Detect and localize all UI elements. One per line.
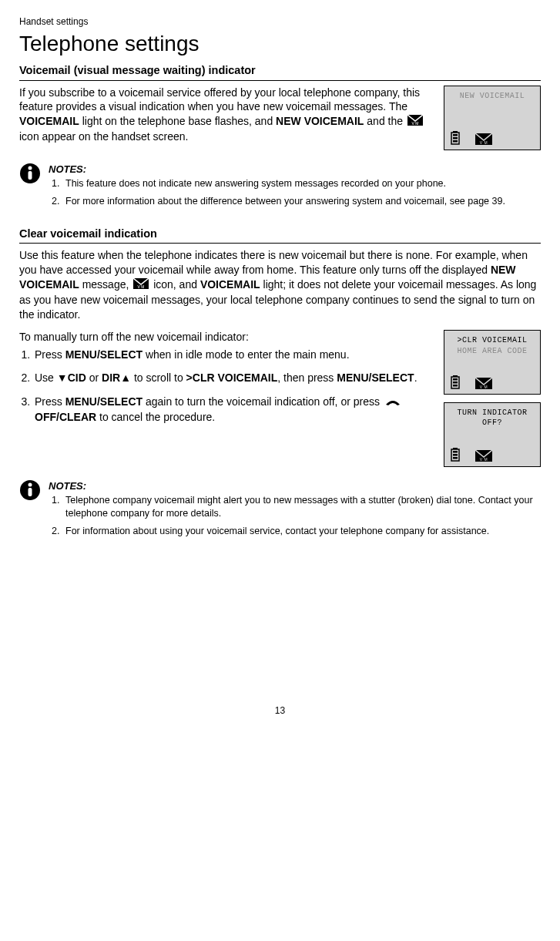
s1-voicemail-word: VOICEMAIL [19,115,79,127]
svg-point-10 [29,166,32,170]
lcd-screen-new-voicemail: NEW VOICEMAIL V M [444,86,541,150]
steps-intro: To manually turn off the new voicemail i… [19,330,434,344]
info-icon [19,163,41,213]
steps-column: To manually turn off the new voicemail i… [19,330,434,467]
lcd1-line1: NEW VOICEMAIL [444,91,540,102]
s1-new-voicemail: NEW VOICEMAIL [276,115,364,127]
notes1-item: For more information about the differenc… [62,195,505,208]
battery-icon [451,131,460,145]
s2-mid2: icon, and [150,278,200,291]
step2-g: , then press [277,371,337,384]
s1-pre: If you subscribe to a voicemail service … [19,86,420,113]
svg-rect-18 [453,385,458,387]
svg-text:V M: V M [480,140,488,145]
lcd2-line1: >CLR VOICEMAIL [444,335,540,346]
step2-clr-voicemail: >CLR VOICEMAIL [186,371,278,384]
lcd3-line2: OFF? [444,418,540,428]
notes-block-1: NOTES: This feature does not indicate ne… [19,163,541,213]
phone-hangup-icon [384,395,401,410]
svg-rect-11 [29,171,32,180]
notes2-content: NOTES: Telephone company voicemail might… [49,479,541,543]
down-arrow-icon: ▼ [57,371,68,384]
step3-d: again to turn the voicemail indication o… [143,395,383,408]
step2-cid: ▼CID [57,371,86,384]
step3-off-clear: OFF/CLEAR [35,411,96,423]
svg-text:V M: V M [480,385,488,389]
step2-a: Use [35,371,57,384]
svg-rect-4 [453,134,458,136]
lcd3-line1: TURN INDICATOR [444,408,540,418]
steps-list: Press MENU/SELECT when in idle mode to e… [19,348,434,425]
section-heading-clear-voicemail: Clear voicemail indication [19,227,541,244]
s2-pre: Use this feature when the telephone indi… [19,249,528,276]
notes2-item: For information about using your voicema… [62,525,541,538]
battery-icon [451,375,460,389]
page-title: Telephone settings [19,29,541,59]
section-heading-voicemail-indicator: Voicemail (visual message waiting) indic… [19,63,541,81]
step3-menu-select: MENU/SELECT [65,395,143,408]
battery-icon [451,448,460,462]
notes1-list: This feature does not indicate new answe… [49,177,505,208]
section1-row: If you subscribe to a voicemail service … [19,86,541,150]
notes-label: NOTES: [49,479,541,493]
svg-point-29 [29,482,32,486]
step3-a: Press [35,395,65,408]
svg-text:V M: V M [480,457,488,462]
step2-menu-select: MENU/SELECT [337,371,414,384]
s2-voicemail-word: VOICEMAIL [200,278,260,291]
svg-rect-6 [453,140,458,143]
notes1-item: This feature does not indicate new answe… [62,177,505,190]
voicemail-envelope-icon: V M [475,133,492,145]
voicemail-envelope-icon: V M [407,115,423,129]
notes-block-2: NOTES: Telephone company voicemail might… [19,479,541,543]
step2-c: or [86,371,102,384]
section2-body: Use this feature when the telephone indi… [19,248,541,321]
lcd-stack: >CLR VOICEMAIL HOME AREA CODE V M TURN I… [444,330,541,467]
section-clear-voicemail: Clear voicemail indication Use this feat… [19,227,541,543]
svg-rect-17 [453,381,458,384]
step-1: Press MENU/SELECT when in idle mode to e… [33,348,434,362]
page-number: 13 [19,704,541,717]
notes1-content: NOTES: This feature does not indicate ne… [49,163,505,213]
section1-text: If you subscribe to a voicemail service … [19,86,434,150]
steps-row: To manually turn off the new voicemail i… [19,330,541,467]
step2-j: . [414,371,417,384]
voicemail-envelope-icon: V M [133,278,149,293]
step2-e: to scroll to [131,371,186,384]
svg-rect-16 [453,378,458,381]
info-icon [19,479,41,543]
breadcrumb: Handset settings [19,15,541,28]
voicemail-envelope-icon: V M [475,450,492,462]
notes-label: NOTES: [49,163,505,176]
step1-d: when in idle mode to enter the main menu… [143,348,350,361]
s2-mid1: message, [79,278,132,291]
svg-rect-23 [453,451,458,453]
voicemail-envelope-icon: V M [475,378,492,389]
svg-rect-5 [453,137,458,139]
step2-dir: DIR▲ [102,371,131,384]
svg-text:V M: V M [411,121,418,126]
step1-a: Press [35,348,65,361]
step-2: Use ▼CID or DIR▲ to scroll to >CLR VOICE… [33,371,434,385]
s1-mid1: light on the telephone base flashes, and [79,115,276,127]
svg-text:V M: V M [138,284,145,289]
notes2-list: Telephone company voicemail might alert … [49,494,541,538]
notes2-item: Telephone company voicemail might alert … [62,494,541,520]
lcd-screen-clr-voicemail: >CLR VOICEMAIL HOME AREA CODE V M [444,330,541,395]
lcd2-line2: HOME AREA CODE [444,346,540,357]
s1-post: icon appear on the handset screen. [19,130,189,143]
lcd-screen-turn-indicator-off: TURN INDICATOR OFF? V M [444,402,541,467]
s1-mid2: and the [364,115,406,127]
svg-rect-24 [453,454,458,456]
step3-g: to cancel the procedure. [96,411,215,423]
up-arrow-icon: ▲ [120,371,131,384]
step-3: Press MENU/SELECT again to turn the voic… [33,395,434,425]
svg-rect-25 [453,457,458,459]
step1-menu: MENU/SELECT [65,348,143,361]
svg-rect-30 [29,488,32,496]
